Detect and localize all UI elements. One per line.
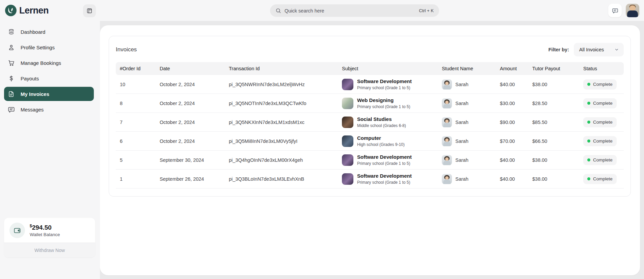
search-input[interactable] bbox=[285, 8, 415, 14]
avatar-face bbox=[629, 5, 636, 11]
cell-order-id: 10 bbox=[116, 82, 156, 87]
student-avatar-face bbox=[445, 82, 449, 85]
cell-status: Complete bbox=[579, 98, 624, 108]
cell-status: Complete bbox=[579, 174, 624, 184]
invoice-icon bbox=[8, 91, 15, 98]
student-avatar bbox=[442, 117, 452, 127]
subject-detail: Primary school (Grade 1 to 5) bbox=[357, 104, 410, 109]
cell-student: Sarah bbox=[438, 155, 496, 165]
sidebar-item-messages[interactable]: Messages bbox=[4, 102, 94, 117]
cell-student: Sarah bbox=[438, 117, 496, 127]
header-status: Status bbox=[579, 66, 624, 71]
cell-amount: $40.00 bbox=[496, 82, 528, 87]
subject-title: Web Designing bbox=[357, 97, 410, 103]
sidebar-collapse-button[interactable] bbox=[83, 4, 96, 17]
chevron-down-icon bbox=[614, 47, 619, 52]
cell-student: Sarah bbox=[438, 79, 496, 90]
search-bar[interactable]: Ctrl + K bbox=[270, 4, 439, 17]
status-dot bbox=[587, 83, 590, 86]
cell-amount: $70.00 bbox=[496, 138, 528, 144]
topbar-actions bbox=[608, 4, 639, 17]
table-row: 6 October 2, 2024 pi_3Q5Mi8InN7de3xLM0Vy… bbox=[116, 132, 624, 151]
subject-detail: Primary school (Grade 1 to 5) bbox=[357, 85, 412, 90]
subject-detail: Primary school (Grade 1 to 5) bbox=[357, 161, 412, 166]
user-avatar[interactable] bbox=[626, 4, 639, 17]
header-student-name: Student Name bbox=[438, 66, 496, 71]
panel-collapse-icon bbox=[86, 7, 93, 14]
student-name: Sarah bbox=[455, 101, 468, 106]
student-avatar bbox=[442, 98, 452, 108]
cell-transaction-id: pi_3Q3BLoInN7de3xLM3LEvhXnB bbox=[225, 176, 338, 182]
messages-button[interactable] bbox=[608, 4, 622, 17]
sidebar-nav: Dashboard Profile Settings Manage Bookin… bbox=[0, 25, 98, 118]
sidebar-item-dashboard[interactable]: Dashboard bbox=[4, 25, 94, 39]
filter-dropdown[interactable]: All Invoices bbox=[574, 43, 624, 56]
invoices-card: Invoices Filter by: All Invoices bbox=[109, 36, 631, 197]
wallet-card: $294.50 Wallet Balance Withdraw Now bbox=[4, 218, 95, 257]
filter-label: Filter by: bbox=[548, 47, 569, 52]
cell-transaction-id: pi_3Q4hgOInN7de3xLM00rX4geh bbox=[225, 157, 338, 163]
header-amount: Amount bbox=[496, 66, 528, 71]
status-text: Complete bbox=[593, 82, 613, 87]
lernen-logo-icon bbox=[5, 4, 17, 17]
sidebar-item-payouts[interactable]: Payouts bbox=[4, 71, 94, 85]
cell-student: Sarah bbox=[438, 136, 496, 146]
search-icon bbox=[275, 8, 281, 14]
cart-icon bbox=[8, 59, 15, 67]
invoices-table: #Order Id Date Transaction Id Subject St… bbox=[116, 62, 624, 188]
header-order-id: #Order Id bbox=[116, 66, 156, 71]
cell-subject: Software Development Primary school (Gra… bbox=[338, 173, 438, 185]
search-shortcut: Ctrl + K bbox=[419, 8, 434, 13]
student-name: Sarah bbox=[455, 176, 468, 182]
sidebar-item-my-invoices[interactable]: My Invoices bbox=[4, 87, 94, 101]
filter-value: All Invoices bbox=[579, 47, 604, 52]
student-avatar-body bbox=[443, 104, 451, 108]
status-dot bbox=[587, 121, 590, 124]
cell-status: Complete bbox=[579, 136, 624, 146]
subject-thumbnail bbox=[342, 79, 353, 90]
subject-title: Computer bbox=[357, 135, 405, 141]
cell-transaction-id: pi_3Q5Mi8InN7de3xLM0Vy5jfyI bbox=[225, 138, 338, 144]
avatar-body bbox=[627, 10, 638, 17]
status-badge: Complete bbox=[583, 155, 617, 165]
cell-transaction-id: pi_3Q5NWRInN7de3xLM2eljWvHz bbox=[225, 82, 338, 87]
main-panel: Invoices Filter by: All Invoices bbox=[100, 25, 640, 275]
subject-detail: Middle school (Grades 6-8) bbox=[357, 123, 406, 128]
status-badge: Complete bbox=[583, 174, 617, 184]
status-text: Complete bbox=[593, 138, 613, 144]
cell-amount: $40.00 bbox=[496, 176, 528, 182]
status-dot bbox=[587, 102, 590, 105]
person-icon bbox=[8, 44, 15, 51]
status-text: Complete bbox=[593, 120, 613, 125]
cell-date: October 2, 2024 bbox=[156, 120, 225, 125]
cell-amount: $90.00 bbox=[496, 120, 528, 125]
student-avatar-body bbox=[443, 161, 451, 165]
sidebar-item-manage-bookings[interactable]: Manage Bookings bbox=[4, 56, 94, 70]
cell-order-id: 8 bbox=[116, 101, 156, 106]
sidebar-item-profile-settings[interactable]: Profile Settings bbox=[4, 40, 94, 54]
subject-thumbnail bbox=[342, 173, 353, 185]
cell-transaction-id: pi_3Q5NKXInN7de3xLM1xdsM1xc bbox=[225, 120, 338, 125]
student-name: Sarah bbox=[455, 138, 468, 144]
sidebar-item-label: Manage Bookings bbox=[21, 60, 61, 66]
student-avatar-face bbox=[445, 120, 449, 123]
subject-title: Software Development bbox=[357, 173, 412, 179]
wallet-label: Wallet Balance bbox=[30, 232, 60, 237]
header-transaction-id: Transaction Id bbox=[225, 66, 338, 71]
cell-subject: Computer High school (Grades 9-10) bbox=[338, 135, 438, 147]
cell-date: September 26, 2024 bbox=[156, 176, 225, 182]
withdraw-now-button[interactable]: Withdraw Now bbox=[4, 243, 95, 257]
cell-payout: $38.00 bbox=[528, 82, 579, 87]
page-title: Invoices bbox=[116, 46, 137, 53]
cell-payout: $38.00 bbox=[528, 176, 579, 182]
main-content-area: Invoices Filter by: All Invoices bbox=[100, 21, 644, 279]
message-icon bbox=[8, 106, 15, 113]
subject-thumbnail bbox=[342, 135, 353, 147]
cell-date: September 30, 2024 bbox=[156, 157, 225, 163]
cell-payout: $38.00 bbox=[528, 157, 579, 163]
cell-subject: Software Development Primary school (Gra… bbox=[338, 78, 438, 90]
student-avatar-face bbox=[445, 157, 449, 161]
status-text: Complete bbox=[593, 176, 613, 181]
sidebar-item-label: My Invoices bbox=[21, 91, 49, 97]
filter-group: Filter by: All Invoices bbox=[548, 43, 624, 56]
